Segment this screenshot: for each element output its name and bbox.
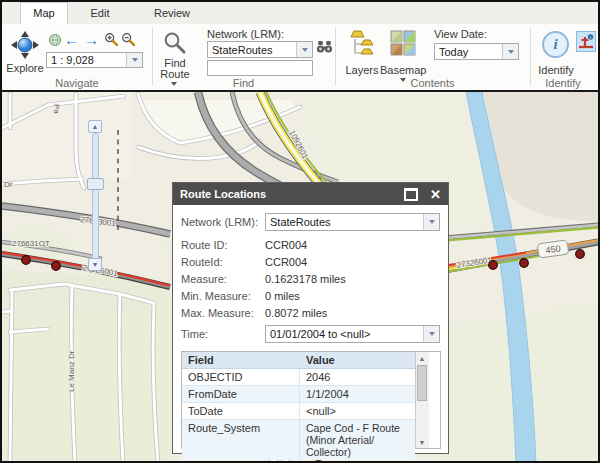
- dialog-header[interactable]: Route Locations ✕: [173, 183, 448, 205]
- find-route-locate-button[interactable]: [316, 40, 333, 58]
- identify-route-locations-icon: i: [577, 32, 595, 51]
- dlg-min-measure-value: 0 miles: [265, 290, 300, 302]
- dlg-measure-label: Measure:: [181, 273, 227, 285]
- map-scale-combo[interactable]: 1 : 9,028: [46, 52, 143, 68]
- chevron-down-icon: [429, 332, 435, 336]
- table-cell-field: ToDate: [182, 403, 300, 419]
- table-header-value: Value: [300, 352, 415, 368]
- layers-icon: [348, 30, 375, 58]
- scrollbar-thumb[interactable]: [417, 365, 427, 401]
- map-zoom-out-slider-button[interactable]: ▼: [88, 258, 102, 271]
- next-extent-button[interactable]: →: [84, 32, 99, 48]
- map-scale-dropdown-button[interactable]: [126, 53, 142, 67]
- network-lrm-dropdown-button[interactable]: [296, 42, 312, 57]
- scrollbar-up-arrow[interactable]: ▲: [416, 352, 428, 364]
- basemap-icon: [390, 30, 416, 56]
- dialog-title: Route Locations: [180, 188, 404, 200]
- ribbon: Explore ← → 1 : 9,: [2, 24, 598, 90]
- view-date-dropdown-button[interactable]: [502, 44, 518, 59]
- explore-label: Explore: [2, 62, 48, 74]
- view-date-value: Today: [435, 44, 502, 59]
- table-cell-field: Route_System: [182, 420, 300, 460]
- binoculars-icon: [316, 40, 333, 54]
- table-cell-value: 2046: [300, 369, 415, 385]
- dlg-network-combo[interactable]: StateRoutes: [265, 213, 440, 231]
- street-label: Dr: [4, 180, 13, 189]
- close-icon[interactable]: ✕: [430, 188, 441, 201]
- map-scale-value: 1 : 9,028: [47, 53, 126, 67]
- table-row[interactable]: OBJECTID 2046: [182, 369, 415, 386]
- tab-review[interactable]: Review: [134, 2, 210, 24]
- find-route-button[interactable]: [163, 31, 187, 59]
- route-id-label: 276631OT: [12, 239, 50, 248]
- table-cell-value: Cape Cod - F Route (Minor Arterial/ Coll…: [300, 420, 415, 460]
- dlg-routeid2-value: CCR004: [265, 256, 307, 268]
- basemap-button[interactable]: [390, 30, 416, 60]
- dlg-time-dropdown-button[interactable]: [423, 326, 439, 342]
- dlg-network-label: Network (LRM):: [181, 216, 258, 228]
- zoom-out-icon: [121, 32, 136, 47]
- route-value-input[interactable]: [207, 60, 313, 76]
- maximize-icon[interactable]: [404, 188, 418, 201]
- table-row[interactable]: Route_System Cape Cod - F Route (Minor A…: [182, 420, 415, 460]
- layers-button[interactable]: [348, 30, 375, 62]
- chevron-down-icon: [302, 48, 308, 52]
- route-locations-dialog: Route Locations ✕ Network (LRM): StateRo…: [172, 182, 449, 454]
- network-lrm-label: Network (LRM):: [207, 28, 284, 40]
- map-zoom-slider-track[interactable]: [92, 133, 99, 260]
- identify-i-icon: i: [553, 36, 557, 53]
- street-label: Le Manz Dr: [67, 350, 76, 392]
- table-scrollbar[interactable]: ▲ ▼: [415, 352, 429, 448]
- group-label-navigate: Navigate: [4, 77, 150, 89]
- dlg-routeid-label: Route ID:: [181, 239, 227, 251]
- scrollbar-down-arrow[interactable]: ▼: [416, 436, 428, 448]
- layers-label: Layers: [342, 64, 382, 76]
- fixed-zoom-out-button[interactable]: [121, 32, 136, 51]
- chevron-down-icon: [132, 58, 138, 62]
- ribbon-tab-bar: Map Edit Review: [2, 2, 598, 25]
- full-extent-button[interactable]: [48, 33, 62, 51]
- street-label: Pa: [52, 104, 61, 114]
- group-label-identify: Identify: [530, 77, 596, 89]
- table-cell-value: 1/1/2004: [300, 386, 415, 402]
- dlg-time-label: Time:: [181, 328, 208, 340]
- app-window: Map Edit Review Explore ← →: [0, 0, 600, 463]
- table-row[interactable]: ToDate <null>: [182, 403, 415, 420]
- dlg-min-measure-label: Min. Measure:: [181, 290, 251, 302]
- map-zoom-slider-thumb[interactable]: [87, 178, 104, 190]
- table-header-field: Field: [182, 352, 300, 368]
- tab-map[interactable]: Map: [20, 2, 68, 25]
- table-cell-field: OBJECTID: [182, 369, 300, 385]
- dlg-measure-value: 0.1623178 miles: [265, 273, 346, 285]
- group-label-contents: Contents: [335, 77, 530, 89]
- dlg-time-combo[interactable]: 01/01/2004 to <null>: [265, 325, 440, 343]
- identify-button[interactable]: i: [542, 31, 569, 58]
- previous-extent-button[interactable]: ←: [64, 32, 79, 48]
- fixed-zoom-in-button[interactable]: [104, 32, 119, 51]
- dlg-routeid-value: CCR004: [265, 239, 307, 251]
- attribute-table: Field Value OBJECTID 2046 FromDate 1/1/2…: [181, 351, 441, 449]
- map-block: [2, 92, 132, 180]
- network-lrm-combo[interactable]: StateRoutes: [207, 41, 313, 58]
- table-cell-value: <null>: [300, 403, 415, 419]
- dlg-time-value: 01/01/2004 to <null>: [266, 326, 423, 342]
- table-header-row: Field Value: [182, 352, 415, 369]
- view-date-combo[interactable]: Today: [434, 43, 519, 60]
- dlg-network-dropdown-button[interactable]: [423, 214, 439, 230]
- identify-route-locations-tool[interactable]: i: [576, 31, 596, 52]
- basemap-label: Basemap: [380, 64, 426, 76]
- table-cell-field: FromDate: [182, 386, 300, 402]
- explore-button[interactable]: [10, 30, 40, 60]
- shield-label: 450: [545, 243, 561, 255]
- chevron-down-icon: [429, 220, 435, 224]
- explore-icon: [10, 30, 40, 60]
- view-date-label: View Date:: [434, 28, 487, 40]
- identify-label: Identify: [532, 64, 580, 76]
- map-zoom-in-slider-button[interactable]: ▲: [88, 120, 102, 133]
- zoom-in-icon: [104, 32, 119, 47]
- dlg-max-measure-value: 0.8072 miles: [265, 307, 327, 319]
- dlg-max-measure-label: Max. Measure:: [181, 307, 254, 319]
- table-row[interactable]: FromDate 1/1/2004: [182, 386, 415, 403]
- tab-edit[interactable]: Edit: [66, 2, 134, 24]
- group-label-find: Find: [152, 77, 335, 89]
